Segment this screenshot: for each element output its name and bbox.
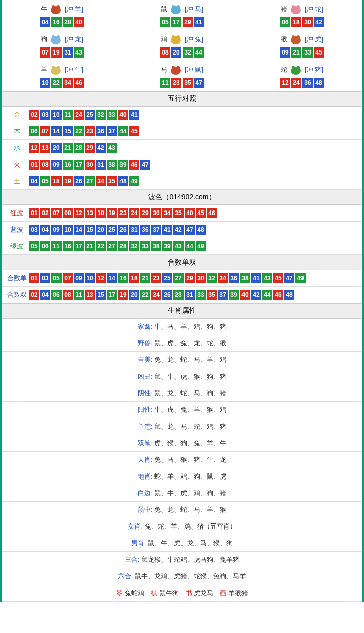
qin-label: 棋:: [151, 589, 159, 597]
attr-row: 男肖: 鼠、牛、虎、龙、马、猴、狗: [2, 535, 362, 552]
attr-label: 六合:: [118, 572, 135, 580]
svg-point-16: [292, 35, 295, 39]
attr-value: 鼠、龙、马、蛇、鸡、猪: [154, 423, 226, 430]
number-badge: 40: [74, 17, 84, 27]
row-label: 合数双: [4, 290, 29, 299]
zodiac-conflict: [冲 虎]: [305, 35, 323, 44]
number-badge: 35: [183, 78, 193, 88]
zodiac-icon: [168, 33, 184, 45]
number-badge: 17: [74, 241, 84, 251]
number-badge: 04: [40, 290, 50, 300]
number-badge: 23: [118, 208, 128, 218]
number-badge: 37: [151, 225, 161, 235]
number-badge: 39: [229, 290, 239, 300]
attr-row: 家禽: 牛、马、羊、鸡、狗、猪: [2, 319, 362, 335]
number-badge: 46: [207, 208, 217, 218]
number-badge: 36: [302, 78, 313, 88]
attr-label: 阴性:: [138, 389, 154, 397]
number-badge: 35: [207, 290, 217, 300]
svg-point-8: [297, 5, 300, 9]
number-badge: 11: [160, 78, 170, 88]
number-badge: 27: [173, 273, 184, 283]
number-badge: 36: [140, 225, 150, 235]
svg-point-22: [172, 66, 175, 70]
number-badge: 33: [196, 290, 206, 300]
svg-point-2: [57, 5, 60, 9]
attr-value: 鼠、牛、虎、鸡、狗、猪: [154, 489, 226, 497]
zodiac-name: 马: [161, 65, 167, 74]
number-badge: 47: [185, 225, 195, 235]
number-badge: 02: [29, 290, 39, 300]
number-badge: 44: [194, 47, 204, 58]
data-row: 水1213202128294243: [2, 140, 362, 156]
number-badge: 25: [107, 225, 117, 235]
row-label: 木: [4, 127, 29, 136]
zodiac-conflict: [冲 羊]: [65, 5, 83, 14]
attr-value: 鼠、龙、蛇、马、狗、猪: [154, 389, 226, 397]
bose-rows: 红波0102070812131819232429303435404546蓝波03…: [2, 205, 362, 255]
number-badge: 29: [140, 208, 150, 218]
number-badge: 19: [107, 208, 117, 218]
number-badge: 10: [63, 225, 73, 235]
number-badge: 16: [63, 160, 73, 170]
number-badge: 41: [251, 273, 261, 283]
number-badge: 12: [29, 143, 39, 153]
zodiac-cell: 马[冲 鼠]11233547: [122, 61, 242, 91]
number-badge: 22: [140, 290, 150, 300]
number-badge: 08: [63, 290, 73, 300]
zodiac-grid: 牛[冲 羊]04162840鼠[冲 马]05172941猪[冲 蛇]061830…: [2, 0, 362, 91]
number-badge: 44: [185, 241, 195, 251]
number-badge: 15: [96, 290, 106, 300]
number-badge: 43: [74, 47, 84, 58]
number-badge: 34: [96, 176, 106, 186]
attr-row: 凶丑: 鼠、牛、虎、猴、狗、猪: [2, 368, 362, 385]
number-badge: 46: [74, 78, 84, 88]
attr-row: 野兽: 鼠、虎、兔、龙、蛇、猴: [2, 335, 362, 352]
number-badge: 18: [129, 273, 139, 283]
number-badge: 05: [29, 241, 39, 251]
number-badge: 30: [302, 17, 313, 27]
number-badge: 41: [129, 110, 139, 120]
attr-label: 吉美:: [138, 356, 154, 363]
bose-header: 波色（014902.com）: [2, 190, 362, 205]
zodiac-icon: [168, 64, 184, 76]
number-badge: 20: [96, 225, 106, 235]
number-badge: 37: [218, 290, 228, 300]
number-badge: 08: [63, 208, 73, 218]
main-container: 牛[冲 羊]04162840鼠[冲 马]05172941猪[冲 蛇]061830…: [0, 0, 364, 602]
number-badge: 29: [85, 143, 95, 153]
number-badge: 28: [118, 241, 128, 251]
number-badge: 21: [291, 47, 301, 58]
number-badge: 42: [251, 290, 261, 300]
zodiac-name: 牛: [41, 5, 47, 14]
qin-label: 画:: [220, 589, 228, 597]
attr-row: 地肖: 蛇、羊、鸡、狗、鼠、虎: [2, 468, 362, 485]
number-badge: 28: [173, 290, 184, 300]
zodiac-name: 羊: [41, 65, 47, 74]
number-badge: 34: [63, 78, 73, 88]
svg-point-7: [292, 5, 295, 9]
attr-label: 女肖:: [128, 522, 144, 530]
svg-point-23: [177, 66, 180, 70]
row-label: 合数单: [4, 274, 29, 283]
number-badge: 47: [194, 78, 204, 88]
number-badge: 48: [314, 78, 324, 88]
number-badge: 26: [74, 176, 84, 186]
number-badge: 06: [29, 126, 39, 136]
number-badge: 08: [40, 160, 50, 170]
number-badge: 03: [40, 273, 50, 283]
number-badge: 31: [63, 47, 73, 58]
number-badge: 09: [280, 47, 290, 58]
zodiac-icon: [288, 3, 304, 15]
number-badge: 45: [129, 126, 139, 136]
attr-label: 野兽:: [138, 339, 154, 347]
number-badge: 47: [284, 273, 294, 283]
qin-value: 虎龙马: [194, 589, 213, 597]
qin-value: 鼠牛狗: [159, 589, 179, 597]
attr-row: 女肖: 兔、蛇、羊、鸡、猪（五宫肖）: [2, 518, 362, 535]
number-badge: 39: [162, 241, 172, 251]
number-badge: 03: [29, 225, 39, 235]
number-badge: 04: [40, 17, 50, 27]
number-badge: 38: [151, 241, 161, 251]
number-badge: 07: [63, 273, 73, 283]
